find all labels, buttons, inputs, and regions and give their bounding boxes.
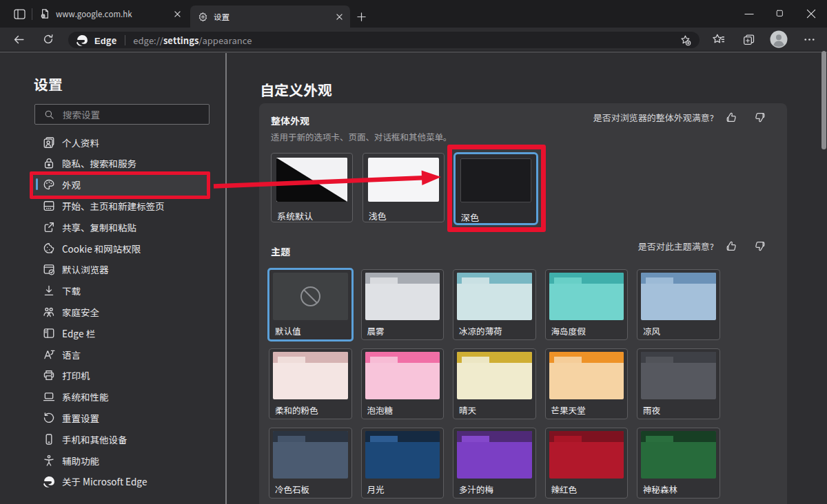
minimize-button[interactable]	[734, 0, 765, 28]
theme-preview	[641, 352, 716, 399]
thumbs-down-icon[interactable]	[755, 112, 766, 123]
theme-option-label: 默认值	[275, 324, 301, 337]
theme-preview	[457, 431, 532, 479]
search-input[interactable]: 搜索设置	[34, 104, 210, 125]
sidebar-item-Edge 栏[interactable]: Edge 栏	[33, 322, 207, 344]
theme-preview	[365, 352, 440, 399]
favorites-icon[interactable]	[706, 29, 731, 50]
url-path: /appearance	[198, 34, 252, 47]
back-button[interactable]	[8, 29, 29, 50]
theme-option-晨雾[interactable]: 晨雾	[361, 269, 445, 340]
search-placeholder: 搜索设置	[63, 107, 100, 121]
sidebar-item-打印机[interactable]: 打印机	[33, 365, 207, 386]
theme-preview	[549, 273, 624, 320]
theme-option-label: 冷色石板	[275, 483, 309, 496]
sidebar-item-label: 打印机	[62, 368, 90, 382]
maximize-button[interactable]	[765, 0, 796, 28]
tab-strip-divider	[32, 8, 32, 20]
sidebar-item-个人资料[interactable]: 个人资料	[33, 132, 207, 153]
appearance-option-dark[interactable]: 深色	[453, 152, 538, 225]
theme-option-label: 芒果天堂	[551, 403, 586, 417]
theme-option-海岛度假[interactable]: 海岛度假	[545, 269, 629, 340]
url-host: settings	[163, 34, 198, 47]
sidebar-item-手机和其他设备[interactable]: 手机和其他设备	[33, 428, 207, 450]
browser-check-icon	[43, 263, 55, 275]
theme-option-柔和的粉色[interactable]: 柔和的粉色	[269, 348, 352, 419]
sidebar-title: 设置	[34, 74, 63, 94]
thumbs-up-icon[interactable]	[725, 112, 737, 123]
theme-option-默认值[interactable]: 默认值	[267, 268, 354, 342]
theme-option-泡泡糖[interactable]: 泡泡糖	[361, 348, 445, 419]
person-icon	[43, 136, 55, 149]
theme-option-神秘森林[interactable]: 神秘森林	[637, 428, 720, 498]
download-icon	[43, 284, 55, 297]
address-bar[interactable]: Edge edge://settings/appearance	[68, 32, 700, 48]
theme-preview	[641, 273, 716, 320]
more-menu-icon[interactable]	[797, 29, 821, 50]
theme-option-凉风[interactable]: 凉风	[637, 269, 720, 340]
scrollbar-thumb[interactable]	[821, 51, 826, 149]
refresh-button[interactable]	[38, 29, 59, 50]
address-url[interactable]: edge://settings/appearance	[133, 34, 679, 47]
close-button[interactable]	[796, 0, 827, 28]
sidebar-item-辅助功能[interactable]: 辅助功能	[33, 450, 207, 471]
sidebar-item-共享、复制和粘贴[interactable]: 共享、复制和粘贴	[33, 216, 207, 238]
sidebar-item-label: 个人资料	[62, 136, 99, 149]
url-scheme: edge://	[133, 34, 163, 47]
start-page-icon	[43, 200, 55, 212]
thumbs-up-icon[interactable]	[725, 240, 737, 252]
sidebar-item-label: 默认浏览器	[62, 262, 109, 276]
collections-icon[interactable]	[736, 29, 761, 50]
phone-icon	[43, 433, 55, 445]
sidebar-item-默认浏览器[interactable]: 默认浏览器	[33, 259, 207, 280]
sidebar-item-下载[interactable]: 下载	[33, 280, 207, 302]
appearance-option-light[interactable]: 浅色	[363, 153, 445, 222]
appearance-option-preview	[460, 158, 531, 202]
thumbs-down-icon[interactable]	[755, 240, 766, 252]
sidebar-item-appearance-selected[interactable]: 外观	[33, 174, 207, 196]
add-favorite-icon[interactable]	[680, 34, 691, 46]
theme-preview	[273, 273, 348, 320]
new-tab-button[interactable]	[356, 11, 367, 22]
sidebar-item-label: 共享、复制和粘贴	[62, 220, 136, 234]
lock-icon	[43, 157, 55, 169]
sidebar-item-家庭安全[interactable]: 家庭安全	[33, 302, 207, 323]
theme-option-冰凉的薄荷[interactable]: 冰凉的薄荷	[453, 269, 536, 340]
tab-close-icon[interactable]	[172, 8, 183, 19]
search-icon	[44, 109, 54, 120]
theme-preview	[641, 431, 716, 479]
theme-option-冷色石板[interactable]: 冷色石板	[269, 428, 352, 498]
avatar[interactable]	[766, 29, 791, 50]
tab-strip: www.google.com.hk 设置	[0, 0, 827, 28]
cookie-icon	[43, 242, 55, 255]
edge-browser-window: www.google.com.hk 设置 Edge edge://setting…	[0, 0, 827, 504]
tab-settings[interactable]: 设置	[190, 6, 350, 28]
sidebar-item-系统和性能[interactable]: 系统和性能	[33, 386, 207, 408]
sidebar-item-Cookie 和网站权限[interactable]: Cookie 和网站权限	[33, 238, 207, 259]
theme-option-雨夜[interactable]: 雨夜	[637, 348, 720, 419]
theme-option-多汁的梅[interactable]: 多汁的梅	[453, 428, 536, 498]
navigation-bar: Edge edge://settings/appearance	[0, 28, 827, 51]
page-title: 自定义外观	[260, 79, 332, 100]
theme-option-辣红色[interactable]: 辣红色	[545, 428, 629, 498]
window-controls	[734, 0, 827, 28]
sidebar-item-重置设置[interactable]: 重置设置	[33, 408, 207, 429]
sidebar-item-label: 手机和其他设备	[62, 432, 127, 446]
tab-workspaces-icon[interactable]	[12, 8, 26, 20]
theme-option-晴天[interactable]: 晴天	[453, 348, 536, 419]
sidebar-item-开始、主页和新建标签页[interactable]: 开始、主页和新建标签页	[33, 196, 207, 217]
sidebar-item-关于 Microsoft Edge[interactable]: 关于 Microsoft Edge	[33, 471, 207, 492]
appearance-option-label: 系统默认	[277, 209, 313, 222]
theme-option-label: 海岛度假	[551, 324, 586, 337]
settings-sidebar: 设置 搜索设置 个人资料 隐私、搜索和服务 外观 开始、主页和新建标签页 共享、…	[0, 53, 225, 504]
tab-title: www.google.com.hk	[56, 8, 167, 19]
theme-option-芒果天堂[interactable]: 芒果天堂	[545, 348, 629, 419]
tab-close-icon[interactable]	[334, 11, 345, 22]
section-heading-themes: 主题	[271, 244, 290, 258]
sidebar-item-语言[interactable]: 语言	[33, 344, 207, 365]
tab-google[interactable]: www.google.com.hk	[33, 0, 188, 28]
theme-option-月光[interactable]: 月光	[361, 428, 445, 498]
appearance-option-system[interactable]: 系统默认	[271, 153, 353, 222]
sidebar-item-隐私、搜索和服务[interactable]: 隐私、搜索和服务	[33, 153, 207, 174]
appearance-option-preview	[276, 158, 347, 202]
